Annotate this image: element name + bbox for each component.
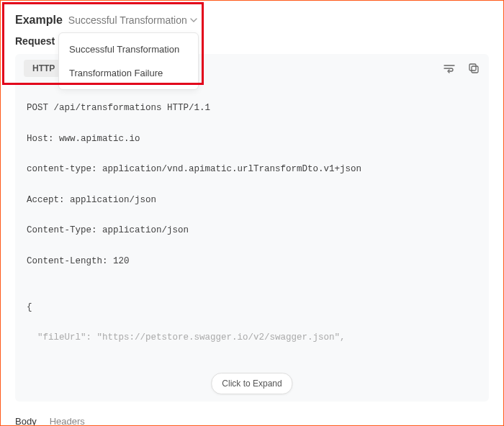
example-label: Example xyxy=(15,14,63,27)
tab-headers[interactable]: Headers xyxy=(50,412,85,426)
dropdown-item[interactable]: Successful Transformation xyxy=(59,37,198,61)
example-dropdown-toggle[interactable]: Successful Transformation xyxy=(68,14,197,26)
code-line: { xyxy=(27,300,477,315)
example-dropdown-menu: Successful Transformation Transformation… xyxy=(58,32,199,90)
chevron-down-icon xyxy=(190,18,197,22)
code-line: content-type: application/vnd.apimatic.u… xyxy=(27,162,477,177)
request-code-block: HTTP POST /api/transformations HTTP/1.1 … xyxy=(15,54,489,402)
code-line: Content-Type: application/json xyxy=(27,223,477,238)
selected-example-text: Successful Transformation xyxy=(68,14,187,26)
code-line: Host: www.apimatic.io xyxy=(27,132,477,147)
tab-body[interactable]: Body xyxy=(15,412,37,426)
response-tabs: Body Headers xyxy=(15,412,489,426)
code-line: Accept: application/json xyxy=(27,193,477,208)
api-example-panel: Example Successful Transformation Reques… xyxy=(1,1,503,426)
example-header: Example Successful Transformation xyxy=(15,14,489,27)
code-line: POST /api/transformations HTTP/1.1 xyxy=(27,101,477,116)
request-code-content: POST /api/transformations HTTP/1.1 Host:… xyxy=(15,80,489,402)
code-line: Content-Length: 120 xyxy=(27,254,477,269)
copy-icon[interactable] xyxy=(467,62,480,75)
wrap-icon[interactable] xyxy=(443,62,456,75)
svg-rect-1 xyxy=(469,64,476,71)
svg-rect-0 xyxy=(472,66,478,73)
request-toolbar-icons xyxy=(443,62,480,75)
code-line-faded: "fileUrl": "https://petstore.swagger.io/… xyxy=(27,330,477,345)
dropdown-item[interactable]: Transformation Failure xyxy=(59,61,198,85)
expand-button[interactable]: Click to Expand xyxy=(211,373,292,394)
